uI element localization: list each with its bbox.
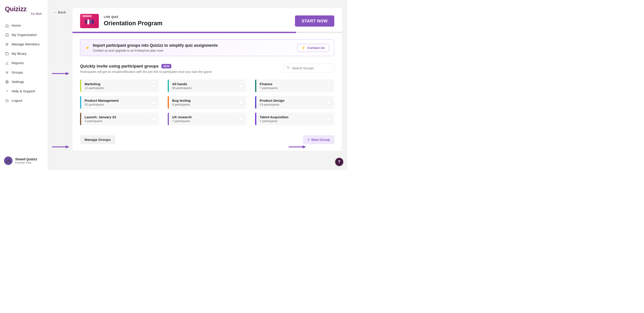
new-group-button[interactable]: + New Group (303, 135, 334, 144)
svg-point-4 (6, 72, 7, 72)
group-participants: 7 participants (260, 86, 325, 90)
sidebar-item-label: Logout (12, 98, 22, 102)
group-card[interactable]: All hands98 participants (168, 79, 247, 92)
group-color-stripe (80, 112, 81, 126)
manage-groups-button[interactable]: Manage Groups (80, 135, 115, 144)
reports-icon (5, 61, 9, 65)
logout-icon (5, 98, 9, 102)
group-name: Launch: January 23 (84, 115, 150, 119)
section-title: Quickly invite using participant groups (80, 64, 159, 69)
group-name: Bug testing (172, 98, 237, 102)
sidebar-item-library[interactable]: My library (0, 49, 48, 58)
group-checkbox[interactable] (152, 84, 156, 88)
library-icon (5, 52, 9, 56)
group-name: Talent Acquisition (260, 115, 325, 119)
home-icon (5, 24, 9, 28)
group-card[interactable]: Bug testing5 participants (168, 96, 247, 109)
annotation-arrow (52, 145, 69, 149)
group-card[interactable]: Product Design23 participants (255, 96, 334, 109)
sidebar-item-label: My Organization (12, 33, 37, 37)
group-participants: 4 participants (84, 120, 150, 123)
sidebar-item-reports[interactable]: Reports (0, 58, 48, 68)
quiz-header: LIVE QUIZ Orientation Program START NOW (72, 8, 342, 32)
group-name: Marketing (84, 82, 150, 86)
section-subtitle: Participants will get an email/notificat… (80, 70, 280, 74)
group-card[interactable]: Launch: January 234 participants (80, 112, 159, 126)
help-bubble[interactable]: ? (335, 158, 343, 166)
sidebar-item-label: Settings (12, 80, 24, 84)
new-group-label: New Group (311, 138, 330, 142)
content-card: LIVE QUIZ Orientation Program START NOW … (72, 8, 342, 151)
sidebar-item-label: Groups (12, 70, 23, 74)
start-now-button[interactable]: START NOW (295, 16, 334, 26)
contact-us-label: Contact Us (307, 46, 325, 50)
search-input[interactable] (292, 66, 334, 70)
sidebar-item-label: Home (12, 24, 21, 28)
back-button[interactable]: ← Back (53, 10, 66, 14)
footer-row: Manage Groups + New Group (80, 135, 334, 144)
group-checkbox[interactable] (239, 100, 243, 104)
sidebar-item-label: Help & Support (12, 89, 35, 93)
sidebar-item-logout[interactable]: Logout (0, 96, 48, 105)
svg-marker-12 (66, 72, 69, 75)
svg-point-10 (9, 160, 10, 161)
group-color-stripe (80, 96, 81, 109)
group-checkbox[interactable] (327, 100, 331, 104)
question-icon: ? (338, 160, 340, 164)
group-participants: 23 participants (260, 103, 325, 106)
svg-point-5 (8, 72, 8, 72)
group-checkbox[interactable] (152, 117, 156, 121)
quiz-thumbnail (80, 14, 99, 28)
brand-subline: For Work (31, 12, 43, 16)
group-color-stripe (80, 79, 81, 92)
user-block[interactable]: Shamil Quizizz Premier Plan (0, 154, 48, 167)
members-icon (5, 42, 9, 46)
new-badge: NEW (162, 64, 172, 68)
sidebar-item-manage-members[interactable]: Manage Members (0, 40, 48, 49)
group-checkbox[interactable] (327, 117, 331, 121)
group-color-stripe (255, 112, 256, 126)
main-area: ← Back LIVE QUIZ Orientation Program STA… (48, 0, 347, 170)
groups-grid: Marketing12 participantsAll hands98 part… (80, 79, 334, 126)
search-icon (287, 66, 290, 70)
group-color-stripe (255, 96, 256, 109)
group-checkbox[interactable] (239, 117, 243, 121)
settings-icon (5, 80, 9, 84)
svg-point-7 (6, 82, 8, 82)
sidebar-item-organization[interactable]: My Organization (0, 30, 48, 40)
group-name: Product Design (260, 98, 325, 102)
sidebar-item-help[interactable]: Help & Support (0, 86, 48, 96)
group-card[interactable]: Finance7 participants (255, 79, 334, 92)
arrow-left-icon: ← (53, 10, 56, 14)
svg-point-9 (7, 160, 8, 161)
bolt-icon: ⚡ (85, 46, 90, 50)
svg-point-1 (6, 43, 7, 44)
promo-subtitle: Contact us and upgrade to an Enterprise … (93, 49, 294, 52)
sidebar-item-home[interactable]: Home (0, 21, 48, 30)
svg-point-6 (6, 73, 8, 74)
group-checkbox[interactable] (152, 100, 156, 104)
contact-us-button[interactable]: ⚡ Contact Us (297, 44, 329, 52)
sidebar-item-groups[interactable]: Groups (0, 68, 48, 77)
sidebar-item-settings[interactable]: Settings (0, 77, 48, 86)
group-card[interactable]: UX research7 participants (168, 112, 247, 126)
brand-logo[interactable]: Quizizz For Work (0, 4, 48, 20)
brand-name: Quizizz (5, 5, 26, 13)
building-icon (5, 33, 9, 37)
back-label: Back (58, 10, 66, 14)
group-card[interactable]: Product Management32 participants (80, 96, 159, 109)
sidebar-item-label: My library (12, 52, 26, 56)
group-checkbox[interactable] (239, 84, 243, 88)
search-groups[interactable] (284, 64, 334, 72)
group-checkbox[interactable] (327, 84, 331, 88)
svg-point-8 (6, 160, 10, 163)
group-card[interactable]: Marketing12 participants (80, 79, 159, 92)
svg-marker-14 (66, 145, 69, 148)
svg-rect-0 (6, 34, 8, 36)
sidebar-item-label: Manage Members (12, 42, 40, 46)
group-participants: 12 participants (84, 86, 150, 90)
quiz-kicker: LIVE QUIZ (104, 16, 290, 18)
bolt-icon: ⚡ (302, 46, 306, 50)
group-card[interactable]: Talent Acquisition7 participants (255, 112, 334, 126)
promo-title: Import participant groups into Quizizz t… (93, 43, 294, 48)
